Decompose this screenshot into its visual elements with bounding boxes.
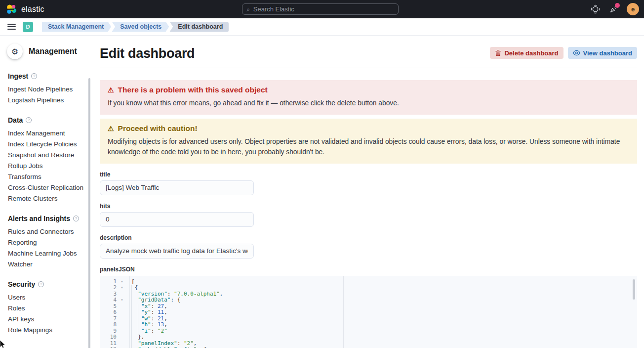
info-icon: ? xyxy=(38,281,44,287)
error-callout: ⚠ There is a problem with this saved obj… xyxy=(100,80,637,115)
caution-callout-body: Modifying objects is for advanced users … xyxy=(108,136,629,158)
top-header-bar: elastic ⌕ e xyxy=(0,0,644,18)
nav-section-heading: Ingest xyxy=(8,72,28,80)
sidebar-item[interactable]: Index Lifecycle Policies xyxy=(8,141,92,148)
error-callout-title: There is a problem with this saved objec… xyxy=(118,85,268,95)
fold-spacer xyxy=(117,334,127,341)
elastic-logo-icon xyxy=(6,4,17,15)
deployment-icon[interactable] xyxy=(590,4,600,14)
line-number: 6 xyxy=(100,309,117,316)
code-line[interactable]: "h": 13, xyxy=(129,322,637,328)
management-sidebar: ⚙ Management Ingest?Ingest Node Pipeline… xyxy=(0,36,92,348)
user-avatar[interactable]: e xyxy=(627,3,639,15)
breadcrumb-item[interactable]: Stack Management xyxy=(42,22,111,32)
description-field[interactable] xyxy=(100,244,254,259)
code-line[interactable]: "version": "7.0.0-alpha1", xyxy=(129,291,637,298)
trash-icon xyxy=(495,49,501,56)
mouse-cursor xyxy=(0,340,6,348)
caution-callout-title: Proceed with caution! xyxy=(118,124,198,133)
view-dashboard-button[interactable]: View dashboard xyxy=(568,47,637,59)
description-field-label: description xyxy=(100,234,637,241)
info-icon: ? xyxy=(26,117,32,123)
caution-callout: ⚠ Proceed with caution! Modifying object… xyxy=(100,119,637,164)
sidebar-item[interactable]: Snapshot and Restore xyxy=(8,152,92,159)
warning-icon: ⚠ xyxy=(108,124,114,133)
fold-arrow-icon[interactable]: ▾ xyxy=(117,285,127,291)
title-field-label: title xyxy=(100,171,637,178)
editor-scrollbar[interactable] xyxy=(633,279,635,300)
alert-icon: ⚠ xyxy=(108,85,114,95)
sidebar-item[interactable]: Roles xyxy=(8,305,92,312)
main-content: Edit dashboard Delete dashboard View das… xyxy=(92,36,644,348)
line-number: 2 xyxy=(100,285,117,291)
sidebar-title: Management xyxy=(29,47,77,56)
editor-lines: 1▾[2▾ {3 "version": "7.0.0-alpha1",4▾ "g… xyxy=(100,279,637,348)
sidebar-item[interactable]: Reporting xyxy=(8,239,92,246)
brand-name: elastic xyxy=(21,5,44,14)
title-field[interactable] xyxy=(100,180,254,195)
fold-spacer xyxy=(117,341,127,347)
elastic-home-link[interactable]: elastic xyxy=(0,4,44,15)
page-title: Edit dashboard xyxy=(100,46,195,61)
line-number: 4 xyxy=(100,297,117,304)
hits-field[interactable] xyxy=(100,212,254,227)
sidebar-item[interactable]: Index Management xyxy=(8,130,92,137)
fold-spacer xyxy=(117,304,127,310)
sidebar-item[interactable]: API keys xyxy=(8,316,92,323)
nav-section-heading: Data xyxy=(8,116,23,124)
delete-dashboard-button[interactable]: Delete dashboard xyxy=(490,47,563,59)
sidebar-item[interactable]: Cross-Cluster Replication xyxy=(8,184,92,191)
sidebar-item[interactable]: Rules and Connectors xyxy=(8,228,92,235)
sidebar-item[interactable]: Users xyxy=(8,294,92,301)
nav-section-heading: Security xyxy=(8,280,35,288)
fold-arrow-icon[interactable]: ▾ xyxy=(117,279,127,285)
fold-spacer xyxy=(117,322,127,328)
sidebar-item[interactable]: Role Mappings xyxy=(8,327,92,334)
fold-spacer xyxy=(117,316,127,322)
code-line[interactable]: "i": "2" xyxy=(129,328,637,335)
breadcrumb: Stack ManagementSaved objectsEdit dashbo… xyxy=(42,22,229,32)
info-icon: ? xyxy=(73,216,79,221)
line-number: 8 xyxy=(100,322,117,328)
fold-spacer xyxy=(117,291,127,298)
eye-icon xyxy=(573,50,580,56)
code-line[interactable]: [ xyxy=(129,279,637,285)
breadcrumb-bar: D Stack ManagementSaved objectsEdit dash… xyxy=(0,18,644,36)
code-line[interactable]: "x": 27, xyxy=(129,304,637,310)
error-callout-body: If you know what this error means, go ah… xyxy=(108,98,629,109)
notification-badge xyxy=(615,3,620,8)
sidebar-item[interactable]: Remote Clusters xyxy=(8,195,92,202)
space-avatar[interactable]: D xyxy=(23,22,33,32)
sidebar-item[interactable]: Watcher xyxy=(8,261,92,268)
view-dashboard-label: View dashboard xyxy=(583,49,632,57)
delete-dashboard-label: Delete dashboard xyxy=(504,49,558,57)
search-input[interactable] xyxy=(253,5,394,13)
search-icon: ⌕ xyxy=(246,6,250,13)
header-divider xyxy=(100,68,637,68)
sidebar-item[interactable]: Rollup Jobs xyxy=(8,163,92,170)
global-search[interactable]: ⌕ xyxy=(242,3,399,15)
newsfeed-icon[interactable] xyxy=(608,4,618,14)
sidebar-item[interactable]: Transforms xyxy=(8,174,92,180)
code-line[interactable]: "w": 21, xyxy=(129,316,637,322)
sidebar-item[interactable]: Ingest Node Pipelines xyxy=(8,86,92,93)
nav-section-heading: Alerts and Insights xyxy=(8,215,70,222)
code-line[interactable]: "gridData": { xyxy=(129,297,637,304)
menu-icon[interactable] xyxy=(7,22,16,31)
sidebar-scrollbar[interactable] xyxy=(88,78,90,348)
panels-json-editor[interactable]: 1▾[2▾ {3 "version": "7.0.0-alpha1",4▾ "g… xyxy=(100,276,637,348)
breadcrumb-item: Edit dashboard xyxy=(169,22,229,32)
info-icon: ? xyxy=(31,73,37,79)
fold-spacer xyxy=(117,328,127,335)
fold-arrow-icon[interactable]: ▾ xyxy=(117,297,127,304)
code-line[interactable]: }, xyxy=(129,334,637,341)
hits-field-label: hits xyxy=(100,203,637,210)
fold-spacer xyxy=(117,309,127,316)
breadcrumb-item[interactable]: Saved objects xyxy=(112,22,169,32)
management-gear-icon: ⚙ xyxy=(7,44,23,59)
sidebar-item[interactable]: Machine Learning Jobs xyxy=(8,250,92,257)
sidebar-nav: Ingest?Ingest Node PipelinesLogstash Pip… xyxy=(0,59,92,334)
panels-json-label: panelsJSON xyxy=(100,266,637,273)
code-line[interactable]: "y": 11, xyxy=(129,309,637,316)
sidebar-item[interactable]: Logstash Pipelines xyxy=(8,97,92,104)
